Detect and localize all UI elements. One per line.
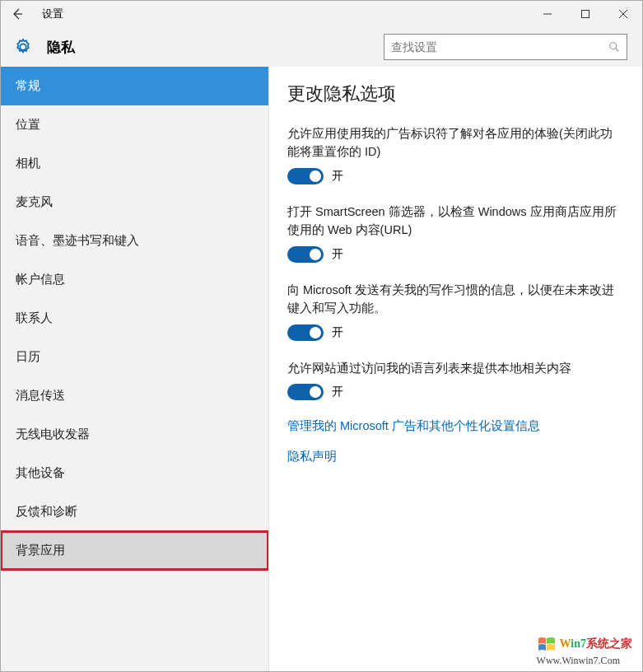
setting-desc: 向 Microsoft 发送有关我的写作习惯的信息，以便在未来改进键入和写入功能… [287,281,619,318]
sidebar-item-label: 无线电收发器 [16,427,90,442]
sidebar-item-label: 日历 [16,349,40,365]
windows-logo-icon [537,635,557,655]
toggle-label: 开 [332,385,343,399]
close-button[interactable] [604,1,642,27]
svg-line-5 [616,49,619,52]
setting-desc: 打开 SmartScreen 筛选器，以检查 Windows 应用商店应用所使用… [287,203,619,240]
titlebar: 设置 [1,1,642,27]
watermark-url: Www.Winwin7.Com [537,655,620,666]
sidebar-item-label: 相机 [16,156,40,171]
sidebar-item-6[interactable]: 联系人 [1,299,268,338]
setting-desc: 允许网站通过访问我的语言列表来提供本地相关内容 [287,359,619,377]
sidebar-item-label: 反馈和诊断 [16,504,77,520]
sidebar-item-0[interactable]: 常规 [1,67,268,105]
sidebar-item-label: 背景应用 [16,543,65,558]
header: 隐私 [1,27,642,67]
search-icon [608,41,620,53]
toggle-label: 开 [332,169,343,184]
sidebar-item-label: 麦克风 [16,194,53,210]
sidebar-item-2[interactable]: 相机 [1,144,268,183]
toggle-switch[interactable] [287,168,324,184]
search-input[interactable] [391,40,608,54]
setting-block-0: 允许应用使用我的广告标识符了解对各应用的体验(关闭此功能将重置你的 ID)开 [287,124,619,184]
sidebar-item-12[interactable]: 背景应用 [1,531,268,570]
sidebar-item-10[interactable]: 其他设备 [1,454,268,492]
minimize-button[interactable] [529,1,566,27]
setting-block-1: 打开 SmartScreen 筛选器，以检查 Windows 应用商店应用所使用… [287,203,619,263]
sidebar-item-4[interactable]: 语音、墨迹书写和键入 [1,222,268,260]
back-button[interactable] [1,1,34,27]
toggle-switch[interactable] [287,384,324,400]
search-box[interactable] [384,34,627,60]
sidebar: 常规位置相机麦克风语音、墨迹书写和键入帐户信息联系人日历消息传送无线电收发器其他… [1,67,269,672]
sidebar-item-label: 常规 [16,78,40,94]
sidebar-item-5[interactable]: 帐户信息 [1,260,268,299]
toggle-label: 开 [332,247,343,262]
sidebar-item-label: 其他设备 [16,465,65,481]
watermark: Win7系统之家 Www.Winwin7.Com [537,635,632,666]
toggle-label: 开 [332,325,343,340]
window-controls [529,1,642,27]
link-0[interactable]: 管理我的 Microsoft 广告和其他个性化设置信息 [287,418,619,434]
setting-desc: 允许应用使用我的广告标识符了解对各应用的体验(关闭此功能将重置你的 ID) [287,124,619,161]
gear-icon [14,38,32,56]
sidebar-item-1[interactable]: 位置 [1,105,268,144]
sidebar-item-label: 联系人 [16,310,53,326]
sidebar-item-label: 消息传送 [16,388,65,404]
sidebar-item-7[interactable]: 日历 [1,338,268,376]
toggle-switch[interactable] [287,324,324,341]
page-title: 隐私 [47,38,310,57]
setting-block-3: 允许网站通过访问我的语言列表来提供本地相关内容开 [287,359,619,400]
link-1[interactable]: 隐私声明 [287,449,619,464]
sidebar-item-label: 帐户信息 [16,272,65,287]
content-pane: 更改隐私选项 允许应用使用我的广告标识符了解对各应用的体验(关闭此功能将重置你的… [269,67,642,672]
svg-point-4 [610,43,617,49]
sidebar-item-9[interactable]: 无线电收发器 [1,415,268,454]
sidebar-item-3[interactable]: 麦克风 [1,183,268,222]
back-arrow-icon [11,7,24,21]
section-title: 更改隐私选项 [287,82,619,106]
setting-block-2: 向 Microsoft 发送有关我的写作习惯的信息，以便在未来改进键入和写入功能… [287,281,619,341]
maximize-button[interactable] [566,1,604,27]
sidebar-item-label: 语音、墨迹书写和键入 [16,233,139,249]
sidebar-item-11[interactable]: 反馈和诊断 [1,492,268,531]
svg-rect-1 [582,11,589,18]
sidebar-item-8[interactable]: 消息传送 [1,376,268,415]
toggle-switch[interactable] [287,246,324,263]
sidebar-item-label: 位置 [16,117,40,133]
window-title: 设置 [42,7,63,21]
